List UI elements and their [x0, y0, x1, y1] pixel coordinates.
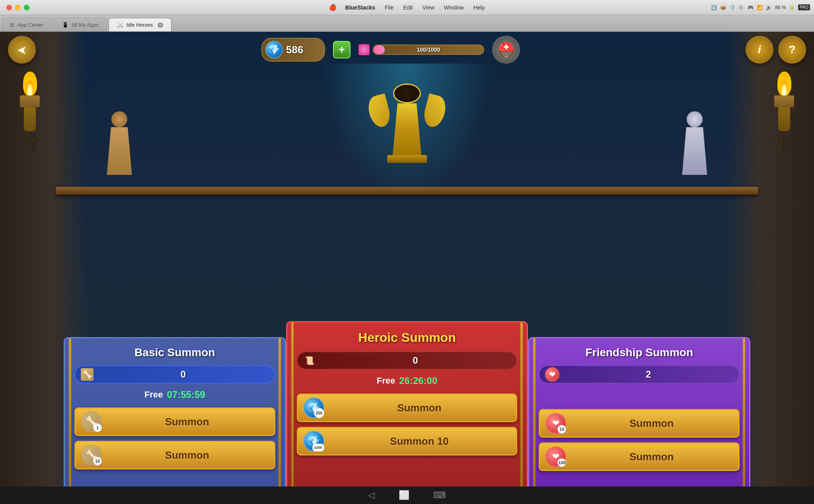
friendship-counter-value: 2 — [563, 369, 733, 380]
currency-bar: 💎 586 + 100/1000 ⛑️ — [36, 36, 746, 64]
basic-timer-value: 07:55:59 — [167, 389, 205, 400]
maximize-button[interactable] — [24, 5, 29, 10]
gem-icon: 💎 — [265, 41, 283, 58]
heart-icon-btn2: ❤ 100 — [545, 446, 566, 467]
pro-badge: PRO — [798, 4, 810, 10]
menu-bar: 🍎 BlueStacks File Edit View Window Help — [325, 4, 490, 11]
idle-heroes-icon: ⚔️ — [117, 22, 123, 28]
battery-icon: 🔋 — [789, 5, 795, 10]
android-nav-bar: ◁ ⬜ ⌨ — [0, 487, 814, 504]
heart-icon-btn1: ❤ 10 — [545, 413, 566, 434]
basic-summon-btn-1[interactable]: 🦴 1 Summon — [74, 407, 275, 436]
heroic-summon-btn2-label: Summon 10 — [328, 435, 511, 448]
minimize-button[interactable] — [15, 5, 21, 10]
gem-icon-btn2: 💎 2200 — [304, 431, 324, 452]
basic-counter-value: 0 — [97, 369, 269, 380]
app-center-icon: ⊞ — [10, 22, 14, 28]
menu-edit[interactable]: Edit — [399, 4, 418, 11]
apple-logo: 🍎 — [325, 4, 341, 11]
app-name: BlueStacks — [341, 4, 380, 11]
panel-heroic-summon: Heroic Summon 📜 0 Free 26:26:00 💎 250 Su… — [286, 321, 528, 504]
basic-free-label: Free — [144, 390, 163, 400]
heroic-counter-bar: 📜 0 — [297, 351, 518, 370]
pink-gem-icon — [358, 44, 370, 55]
heroic-summon-btn1-label: Summon — [328, 402, 511, 414]
xp-bar: 100/1000 — [373, 45, 484, 55]
heroic-free-label: Free — [377, 376, 395, 386]
av-icon: 🛡️ — [729, 5, 735, 10]
hud-top: ➤ 💎 586 + 100/1000 ⛑️ i — [0, 36, 814, 64]
volume-icon: 🔊 — [766, 5, 772, 10]
menu-file[interactable]: File — [380, 4, 399, 11]
info-button[interactable]: i — [746, 36, 773, 64]
panel-basic-summon: Basic Summon 🦴 0 Free 07:55:59 🦴 1 Summo… — [64, 337, 286, 504]
my-apps-icon: 📱 — [62, 22, 68, 28]
basic-counter-bar: 🦴 0 — [74, 365, 275, 384]
btn2-cost-badge: 10 — [93, 457, 102, 465]
basic-summon-btn2-label: Summon — [106, 449, 269, 461]
basic-free-timer: Free 07:55:59 — [144, 389, 205, 400]
heroic-summon-btn-2[interactable]: 💎 2200 Summon 10 — [297, 427, 518, 456]
title-bar: 🍎 BlueStacks File Edit View Window Help … — [0, 0, 814, 15]
gem-count: 586 — [286, 44, 303, 56]
panel-friendship-summon: Friendship Summon ❤ 2 ❤ 10 Summon ❤ — [528, 337, 750, 504]
android-home-button[interactable]: ⬜ — [399, 490, 409, 500]
heart-icon-counter: ❤ — [545, 367, 559, 382]
heroic-btn1-cost-badge: 250 — [314, 408, 324, 418]
wifi-icon: 📶 — [757, 5, 763, 10]
help-button[interactable]: ? — [778, 36, 806, 64]
tab-app-center-label: App Center — [18, 22, 44, 28]
evernote-icon: 🐘 — [738, 5, 744, 10]
tab-app-center[interactable]: ⊞ App Center — [2, 18, 52, 31]
heroic-free-timer: Free 26:26:00 — [377, 375, 438, 386]
friendship-btn2-cost-badge: 100 — [557, 458, 566, 467]
basic-summon-title: Basic Summon — [134, 346, 215, 359]
friendship-counter-bar: ❤ 2 — [539, 365, 740, 384]
menu-view[interactable]: View — [418, 4, 439, 11]
tab-my-apps-label: 88 My Apps — [72, 22, 99, 28]
heroic-summon-btn-1[interactable]: 💎 250 Summon — [297, 394, 518, 422]
helmet-icon[interactable]: ⛑️ — [492, 36, 520, 64]
bluestacks-icon: 🎮 — [748, 5, 754, 10]
heroic-btn2-cost-badge: 2200 — [312, 444, 324, 452]
tab-bar: ⊞ App Center 📱 88 My Apps ⚔️ Idle Heroes… — [0, 15, 814, 32]
friendship-summon-title: Friendship Summon — [585, 346, 693, 359]
bone-icon-btn2: 🦴 10 — [81, 445, 102, 465]
menu-help[interactable]: Help — [469, 4, 490, 11]
add-gems-button[interactable]: + — [333, 41, 351, 58]
gem-icon-btn1: 💎 250 — [304, 397, 324, 418]
bone-icon-btn1: 🦴 1 — [81, 411, 102, 432]
friendship-btn1-cost-badge: 10 — [557, 425, 566, 434]
system-icons: ⬇️ 📦 🛡️ 🐘 🎮 📶 🔊 86 % 🔋 PRO — [711, 4, 810, 10]
friendship-summon-btn2-label: Summon — [570, 451, 733, 463]
tab-close-button[interactable]: × — [158, 22, 163, 28]
dropbox-icon: 📦 — [720, 5, 726, 10]
heroic-counter-value: 0 — [320, 355, 511, 366]
basic-summon-btn-2[interactable]: 🦴 10 Summon — [74, 441, 275, 469]
close-button[interactable] — [6, 5, 12, 10]
friendship-summon-btn1-label: Summon — [570, 417, 733, 430]
xp-text: 100/1000 — [417, 47, 440, 53]
xp-bar-container: 100/1000 — [358, 44, 484, 55]
gem-currency: 💎 586 — [261, 38, 325, 62]
tab-idle-heroes-label: Idle Heroes — [127, 22, 153, 28]
basic-summon-btn1-label: Summon — [106, 416, 269, 428]
back-button[interactable]: ➤ — [8, 36, 36, 64]
bone-icon-counter: 🦴 — [81, 368, 93, 381]
tab-idle-heroes[interactable]: ⚔️ Idle Heroes × — [109, 18, 171, 31]
android-back-button[interactable]: ◁ — [368, 490, 375, 500]
btn1-cost-badge: 1 — [93, 423, 102, 432]
download-icon: ⬇️ — [711, 5, 717, 10]
friendship-summon-btn-1[interactable]: ❤ 10 Summon — [539, 409, 740, 438]
hud-right-buttons: i ? — [746, 36, 806, 64]
traffic-lights — [0, 5, 36, 10]
android-keyboard-icon: ⌨ — [433, 490, 446, 500]
tab-my-apps[interactable]: 📱 88 My Apps — [54, 18, 107, 31]
menu-window[interactable]: Window — [439, 4, 469, 11]
game-container: ✝ ✝ — [0, 32, 814, 504]
scroll-icon-counter: 📜 — [303, 354, 316, 367]
friendship-summon-btn-2[interactable]: ❤ 100 Summon — [539, 442, 740, 471]
battery-label: 86 % — [775, 5, 786, 10]
summon-area: Basic Summon 🦴 0 Free 07:55:59 🦴 1 Summo… — [0, 87, 814, 504]
heroic-summon-title: Heroic Summon — [358, 330, 456, 345]
